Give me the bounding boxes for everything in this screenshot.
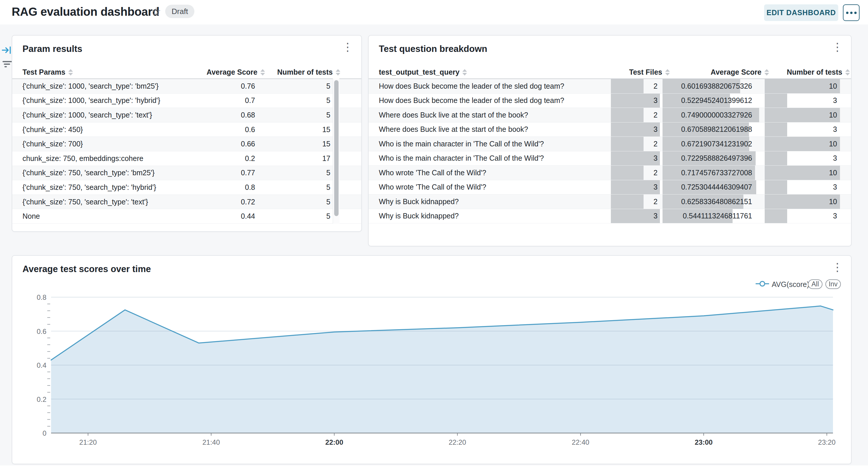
cell-value: 10	[829, 108, 837, 122]
table-row: Why is Buck kidnapped?20.625833648086215…	[369, 195, 851, 209]
data-bar	[611, 108, 644, 122]
table-row: {'chunk_size': 700}0.6615	[12, 137, 361, 151]
bar-cell: 2	[611, 137, 660, 151]
table-row: Who is the main character in 'The Call o…	[369, 151, 851, 166]
column-header[interactable]: Test Files	[611, 66, 670, 78]
column-header-label: test_output_test_query	[379, 68, 459, 76]
cell-value: 10	[829, 195, 837, 209]
cell-value: 10	[829, 79, 837, 93]
data-bar	[611, 209, 660, 224]
cell-value: 10	[829, 137, 837, 151]
table-row: How does Buck become the leader of the s…	[369, 79, 851, 94]
cell-value: 2	[653, 166, 657, 180]
cell-value: 0.5441113246811761	[683, 209, 752, 224]
table-row: {'chunk_size': 450}0.615	[12, 123, 361, 137]
kebab-menu-icon[interactable]: ⋮	[832, 41, 843, 53]
data-bar	[765, 180, 787, 195]
cell-value: 3	[653, 94, 657, 108]
table-cell: 17	[217, 151, 331, 166]
chart-area-fill	[51, 306, 833, 433]
table-cell: 5	[217, 94, 331, 108]
table-row: {'chunk_size': 1000, 'search_type': 'bm2…	[12, 79, 361, 94]
cell-value: 2	[653, 195, 657, 209]
cell-value: 3	[833, 180, 837, 195]
card-title: Test question breakdown	[379, 44, 487, 54]
table-row: Where does Buck live at the start of the…	[369, 123, 851, 137]
sort-icon	[68, 69, 73, 75]
table-cell: 5	[217, 180, 331, 195]
table-row: Who wrote 'The Call of the Wild'?20.7174…	[369, 166, 851, 180]
more-options-button[interactable]	[843, 4, 860, 21]
question-table-body: How does Buck become the leader of the s…	[369, 78, 851, 224]
table-row: {'chunk_size': 750, 'search_type': 'bm25…	[12, 166, 361, 180]
query-cell: How does Buck become the leader of the s…	[379, 94, 564, 108]
data-bar	[611, 137, 644, 151]
query-cell: Where does Buck live at the start of the…	[379, 108, 528, 122]
bar-cell: 2	[611, 166, 660, 180]
scores-chart-card: Average test scores over time ⋮ AVG(scor…	[12, 255, 851, 464]
query-cell: How does Buck become the leader of the s…	[379, 79, 564, 93]
data-bar	[611, 166, 644, 180]
cell-value: 0.7229588826497396	[681, 151, 752, 166]
dashboard-page: RAG evaluation dashboard ☆ Draft EDIT DA…	[0, 0, 868, 473]
cell-value: 2	[653, 137, 657, 151]
x-axis-label: 21:40	[202, 438, 220, 446]
data-bar	[765, 151, 787, 166]
query-cell: Who wrote 'The Call of the Wild'?	[379, 166, 486, 180]
cell-value: 0.7490000003327926	[681, 108, 752, 122]
column-header[interactable]: Average Score	[662, 66, 769, 78]
query-cell: Where does Buck live at the start of the…	[379, 123, 528, 137]
cell-value: 3	[833, 209, 837, 224]
bar-cell: 0.6705898212061988	[662, 123, 759, 137]
x-axis-label: 23:00	[694, 438, 712, 446]
page-title: RAG evaluation dashboard	[12, 5, 159, 19]
table-row: {'chunk_size': 1000, 'search_type': 'tex…	[12, 108, 361, 123]
cell-value: 3	[833, 151, 837, 166]
kebab-menu-icon[interactable]: ⋮	[342, 41, 353, 53]
table-row: {'chunk_size': 1000, 'search_type': 'hyb…	[12, 94, 361, 108]
y-axis-label: 0	[42, 429, 46, 437]
param-table-body: {'chunk_size': 1000, 'search_type': 'bm2…	[12, 78, 361, 224]
table-row: None0.445	[12, 209, 361, 224]
table-cell: 15	[217, 137, 331, 151]
query-cell: Why is Buck kidnapped?	[379, 195, 459, 209]
collapse-panel-icon[interactable]	[1, 44, 13, 57]
favorite-star-icon[interactable]: ☆	[151, 6, 161, 17]
column-header[interactable]: test_output_test_query	[379, 66, 467, 78]
column-header[interactable]: Number of tests	[765, 66, 850, 78]
param-table-header: Test ParamsAverage ScoreNumber of tests	[12, 66, 361, 78]
x-axis-label: 22:40	[572, 438, 589, 446]
question-breakdown-card: Test question breakdown ⋮ test_output_te…	[368, 35, 851, 246]
scrollbar-thumb[interactable]	[334, 80, 339, 216]
data-bar	[611, 151, 660, 166]
scrollbar-track[interactable]	[333, 78, 339, 224]
cell-value: 2	[653, 79, 657, 93]
sort-icon	[845, 69, 850, 75]
data-bar	[765, 209, 787, 224]
y-axis-label: 0.6	[37, 328, 46, 335]
sort-icon	[462, 69, 467, 75]
data-bar	[765, 94, 787, 108]
table-row: Why is Buck kidnapped?30.544111324681176…	[369, 209, 851, 224]
cell-value: 3	[653, 180, 657, 195]
table-row: {'chunk_size': 750, 'search_type': 'hybr…	[12, 180, 361, 195]
y-axis-label: 0.2	[37, 396, 46, 403]
table-cell: 5	[217, 108, 331, 122]
cell-value: 0.6258336480862151	[681, 195, 752, 209]
query-cell: Why is Buck kidnapped?	[379, 209, 459, 224]
question-table-header: test_output_test_queryTest FilesAverage …	[369, 66, 851, 78]
bar-cell: 0.7490000003327926	[662, 108, 759, 122]
table-cell: 15	[217, 123, 331, 137]
bar-cell: 0.5441113246811761	[662, 209, 759, 224]
line-chart-plot[interactable]: 00.20.40.60.821:2021:4022:0022:2022:4023…	[12, 256, 851, 464]
bar-cell: 3	[611, 151, 660, 166]
column-header-label: Test Files	[629, 68, 662, 76]
y-axis-label: 0.8	[37, 293, 46, 301]
bar-cell: 2	[611, 108, 660, 122]
bar-cell: 2	[611, 79, 660, 93]
cell-value: 0.5229452401399612	[681, 94, 752, 108]
table-row: {'chunk_size': 750, 'search_type': 'text…	[12, 195, 361, 209]
edit-dashboard-button[interactable]: EDIT DASHBOARD	[764, 4, 838, 21]
bar-cell: 10	[765, 137, 840, 151]
column-header[interactable]: Number of tests	[217, 66, 340, 78]
